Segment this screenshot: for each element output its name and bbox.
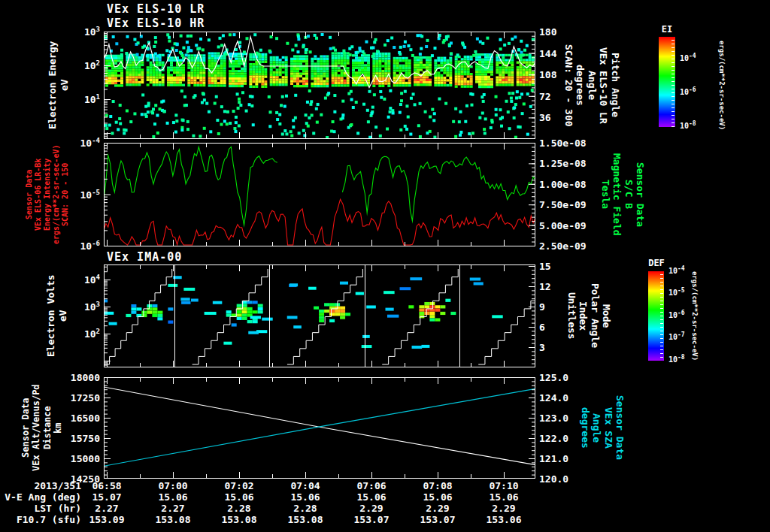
axis-label-line: S/C B xyxy=(623,143,635,246)
footer-row-value: 2.27 xyxy=(140,503,206,513)
tick-label: 7.50e-09 xyxy=(539,200,587,210)
axis-label-line: Polar Angle xyxy=(589,264,601,367)
time-tick-label: 07:02 xyxy=(206,481,272,491)
colorbar3-units: ergs/(cm**2-sr-sec-eV) xyxy=(690,264,699,367)
footer-row-value: 2.29 xyxy=(471,503,537,513)
time-tick-label: 07:00 xyxy=(140,481,206,491)
axis-label-line: degrees xyxy=(574,32,587,139)
tick-label: 12 xyxy=(539,282,551,292)
axis-label-line: Tesla xyxy=(599,143,611,246)
footer-row-value: 2.28 xyxy=(272,503,338,513)
footer-row-value: 15.06 xyxy=(405,492,471,502)
colorbar1-units: ergs/(cm**2-sr-sec-eV) xyxy=(717,32,726,139)
axis-label-line: Mode xyxy=(601,264,613,367)
tick-label: 10-7 xyxy=(668,332,685,341)
footer-row-value: 15.07 xyxy=(74,492,140,502)
colorbar3-gradient xyxy=(648,271,664,361)
footer-row-value: 15.06 xyxy=(140,492,206,502)
axis-label-line: Magnetic Field xyxy=(611,143,623,246)
footer-row-value: 15.06 xyxy=(206,492,272,502)
axis-label-line: degrees xyxy=(579,377,591,479)
tick-label: 10-5 xyxy=(668,288,685,297)
units-line: ergs/(cm**2-sr-sec-eV) xyxy=(717,32,726,139)
tick-label: 10-6 xyxy=(680,87,696,96)
axis-label-line: eV xyxy=(59,32,71,139)
footer-row-value: 2.29 xyxy=(338,503,405,513)
tick-label: 10-4 xyxy=(680,53,696,62)
tick-label: 125.0 xyxy=(539,373,568,382)
footer-row-value: 153.09 xyxy=(74,515,140,524)
tick-label: 9 xyxy=(539,302,545,312)
tick-label: 10-4 xyxy=(0,138,100,148)
tick-label: 18000 xyxy=(0,373,100,382)
tick-label: 121.0 xyxy=(539,454,568,464)
tick-label: 10-4 xyxy=(668,266,685,275)
panel1-title-lr: VEx ELS-10 LR xyxy=(107,2,205,16)
tick-label: 103 xyxy=(0,26,100,37)
panel1-right-axis-label: Pitch AngleVEx ELS-10 LRAngledegreesSCAN… xyxy=(562,32,621,139)
tick-label: 101 xyxy=(0,94,100,104)
tick-label: 103 xyxy=(0,301,100,312)
panel3-title: VEx IMA-00 xyxy=(107,250,182,264)
footer-row-value: 153.07 xyxy=(338,515,405,524)
panel4-right-axis-label: Sensor DataVEx SZAAngledegrees xyxy=(579,377,626,479)
footer-row-value: 153.08 xyxy=(140,515,206,524)
tick-label: 124.0 xyxy=(539,393,568,403)
footer-row-value: 153.07 xyxy=(405,515,471,524)
tick-label: 17250 xyxy=(0,393,100,403)
tick-label: 10-8 xyxy=(680,121,696,130)
tick-label: 102 xyxy=(0,60,100,71)
tick-label: 16500 xyxy=(0,413,100,423)
footer-row-value: 15.06 xyxy=(272,492,338,502)
footer-row-value: 2.29 xyxy=(405,503,471,513)
tick-label: 10-6 xyxy=(0,240,100,251)
cdaweb-plot-window: VEx ELS-10 LR VEx ELS-10 HR VEx IMA-00 E… xyxy=(0,0,770,532)
footer-row-label: F10.7 (sfu) xyxy=(0,515,81,524)
tick-label: 1.50e-08 xyxy=(539,138,587,148)
tick-label: 180 xyxy=(539,27,556,37)
tick-label: 104 xyxy=(0,274,100,285)
tick-label: 72 xyxy=(539,91,551,101)
footer-row-value: 2.28 xyxy=(206,503,272,513)
units-line: ergs/(cm**2-sr-sec-eV) xyxy=(690,264,699,367)
time-tick-label: 07:04 xyxy=(272,481,338,491)
tick-label: 15750 xyxy=(0,434,100,443)
intensity-bfield-plot-canvas xyxy=(104,143,535,246)
time-tick-label: 07:10 xyxy=(471,481,537,491)
tick-label: 1.25e-08 xyxy=(539,159,587,168)
footer-row-value: 153.08 xyxy=(206,515,272,524)
time-tick-label: 07:06 xyxy=(338,481,405,491)
tick-label: 1.00e-08 xyxy=(539,179,587,189)
panel1-title-hr: VEx ELS-10 HR xyxy=(107,17,205,30)
tick-label: 122.0 xyxy=(539,434,568,443)
axis-label-line: VEx ELS-10 LR xyxy=(598,32,610,139)
tick-label: 108 xyxy=(539,70,556,80)
footer-row-value: 2.27 xyxy=(74,503,140,513)
axis-label-line: Angle xyxy=(586,32,598,139)
tick-label: 15000 xyxy=(0,454,100,464)
els-spectrogram-canvas xyxy=(104,32,535,139)
panel3-right-axis-label: ModePolar AngleIndexUnitless xyxy=(565,264,612,367)
tick-label: 10-5 xyxy=(0,189,100,199)
axis-label-line: SCAN: 20 - 300 xyxy=(562,32,574,139)
axis-label-line: Pitch Angle xyxy=(609,32,621,139)
tick-label: 3 xyxy=(539,343,545,352)
footer-row-label: LST (hr) xyxy=(0,503,81,513)
tick-label: 15 xyxy=(539,261,551,271)
tick-label: 102 xyxy=(0,328,100,339)
tick-label: 123.0 xyxy=(539,413,568,423)
panel1-left-axis-label: Electron EnergyeV xyxy=(47,32,70,139)
footer-row-value: 15.06 xyxy=(471,492,537,502)
tick-label: 120.0 xyxy=(539,474,568,484)
axis-label-line: Index xyxy=(578,264,590,367)
tick-label: 5.00e-09 xyxy=(539,220,587,230)
tick-label: 144 xyxy=(539,48,556,58)
axis-label-line: Sensor Data xyxy=(614,377,626,479)
colorbar3-title: DEF xyxy=(645,258,668,268)
panel2-right-axis-label: Sensor DataS/C BMagnetic FieldTesla xyxy=(599,143,646,246)
axis-label-line: Unitless xyxy=(565,264,578,367)
ima-spectrogram-canvas xyxy=(104,264,535,367)
footer-row-value: 153.06 xyxy=(471,515,537,524)
axis-label-line: Sensor Data xyxy=(635,143,647,246)
altitude-sza-plot-canvas xyxy=(104,377,535,479)
